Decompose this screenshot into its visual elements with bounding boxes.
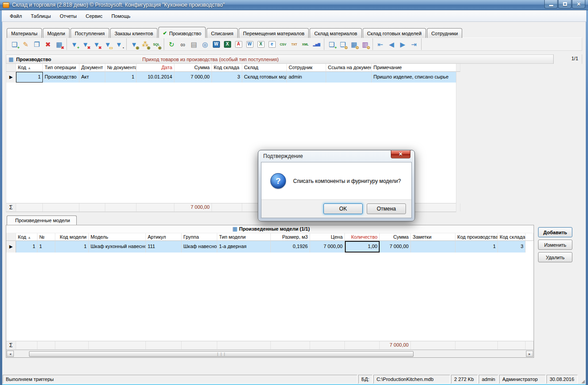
cell[interactable]: 1 [105,72,137,83]
header-cell[interactable]: Тип модели [217,233,271,241]
menu-item-0[interactable]: Файл [5,12,26,21]
table-row[interactable]: ▶1ПроизводствоАкт110.01.20147 000,003Скл… [6,72,456,83]
refresh-icon[interactable]: ↻ [166,39,177,50]
form-properties-icon[interactable]: ▥⚙ [360,39,371,50]
edit-record-icon[interactable]: ✎ [20,39,31,50]
group-tree-icon[interactable]: ⁂◉ [140,39,151,50]
search-icon[interactable]: ∞ [177,39,188,50]
minimize-button[interactable] [544,0,558,8]
cell[interactable]: 1,00 [345,241,380,253]
header-cell[interactable]: Ссылка на документ [326,64,372,72]
filter-delete-all-icon[interactable]: ▼✖ [91,39,102,50]
chart-icon[interactable]: ▂▅▇ [311,39,322,50]
delete-record-icon[interactable]: ✖ [42,39,54,50]
header-cell[interactable]: Модель [89,233,146,241]
copy-record-icon[interactable]: ❐ [31,39,42,50]
cell[interactable]: 1 [455,241,498,253]
cell[interactable]: 1 [55,241,89,253]
tab-8[interactable]: Склад готовых моделей [363,28,426,38]
cell[interactable]: Шкаф кухонный навесной 1 [89,241,146,253]
menu-item-4[interactable]: Помощь [107,12,135,21]
preview-icon[interactable]: ◎ [199,39,211,50]
filter-load-icon[interactable]: ▼▭ [102,39,113,50]
menu-item-1[interactable]: Таблицы [26,12,55,21]
nav-last-icon[interactable]: ⇥ [408,39,419,50]
add-record-icon[interactable]: ❏+ [9,39,20,50]
header-cell[interactable]: Сумма [380,233,411,241]
cell[interactable]: 1 [16,72,43,83]
cell[interactable]: Шкаф навесной [182,241,217,253]
export-html-icon[interactable]: e [266,39,277,50]
tab-5[interactable]: Списания [207,28,238,38]
tab-7[interactable]: Склад материалов [310,28,361,38]
scrollbar-thumb[interactable]: ❘❘❘ [29,351,414,357]
filter-visibility-icon[interactable]: ▼◉ [128,39,140,50]
header-cell[interactable]: Код склада [212,64,242,72]
cancel-button[interactable]: Отмена [367,203,406,214]
header-cell[interactable]: Код склада [498,233,526,241]
delete-button[interactable]: Удалить [538,252,572,262]
header-cell[interactable]: Код производства [455,233,498,241]
header-cell[interactable]: Количество [345,233,380,241]
cell[interactable]: Склад готовых мод [242,72,287,83]
add-button[interactable]: Добавить [538,227,572,237]
export-txt-icon[interactable]: TXT [289,39,300,50]
export-rtf-icon[interactable]: A [233,39,244,50]
scroll-right-button[interactable]: ▸ [526,351,533,357]
subtab-produced-models[interactable]: Произведенные модели [7,215,77,225]
header-cell[interactable]: Артикул [146,233,182,241]
menu-item-2[interactable]: Отчеты [55,12,81,21]
tab-9[interactable]: Сотрудники [427,28,463,38]
add-detail-record-icon[interactable]: ❏+ [326,39,337,50]
cell[interactable]: 7 000,00 [380,241,411,253]
table-row[interactable]: ▶111Шкаф кухонный навесной 1111Шкаф наве… [6,241,534,253]
header-cell[interactable]: Размер, м3 [271,233,310,241]
cell[interactable]: 1 [37,241,55,253]
record-properties-icon[interactable]: ❏⚙ [337,39,348,50]
maximize-button[interactable] [558,0,571,8]
tab-3[interactable]: Заказы клиентов [110,28,157,38]
header-cell[interactable]: Тип операции [43,64,79,72]
dialog-close-button[interactable]: ✕ [391,150,410,158]
cell[interactable]: 1 [16,241,37,253]
nav-next-icon[interactable]: ▶ [397,39,408,50]
cell[interactable]: 3 [498,241,526,253]
cell[interactable] [411,241,455,253]
tab-4[interactable]: ✔Производство [158,27,206,38]
tab-1[interactable]: Модели [43,28,70,38]
cell[interactable]: 10.01.2014 [137,72,174,83]
export-xml-icon[interactable]: XML [300,39,311,50]
horizontal-scrollbar[interactable]: ◂❘❘❘▸ [6,350,534,357]
header-cell[interactable]: Код▲ [16,64,43,72]
cell[interactable]: 7 000,00 [310,241,345,253]
header-cell[interactable]: Группа [182,233,217,241]
cell[interactable]: 1-а дверная [217,241,271,253]
cell[interactable]: Производство [43,72,79,83]
header-cell[interactable]: № документа [105,64,137,72]
filter-delete-icon[interactable]: ▼✖ [80,39,91,50]
export-csv-icon[interactable]: CSV [277,39,289,50]
header-cell[interactable]: Примечание [372,64,456,72]
export-word-icon[interactable]: W [211,39,222,50]
header-cell[interactable]: № [37,233,55,241]
scroll-left-button[interactable]: ◂ [7,351,14,357]
header-cell[interactable]: Документ [79,64,105,72]
edit-button[interactable]: Изменить [538,240,572,250]
print-icon[interactable]: ▤ [188,39,199,50]
header-cell[interactable]: Сотрудник [287,64,326,72]
cell[interactable]: 111 [146,241,182,253]
sql-filter-icon[interactable]: SQL◉ [151,39,162,50]
header-cell[interactable]: Заметки [411,233,455,241]
ok-button[interactable]: OK [323,203,363,214]
filter-save-icon[interactable]: ▼▪ [113,39,124,50]
cell[interactable] [326,72,372,83]
tab-6[interactable]: Перемещения материалов [239,28,309,38]
cell[interactable]: Акт [79,72,105,83]
menu-item-3[interactable]: Сервис [81,12,107,21]
header-cell[interactable]: Склад [242,64,287,72]
filter-new-icon[interactable]: ▼+ [69,39,80,50]
header-cell[interactable]: Код▲ [16,233,37,241]
header-cell[interactable]: Код модели [55,233,89,241]
nav-prev-icon[interactable]: ◀ [386,39,397,50]
nav-first-icon[interactable]: ⇤ [375,39,386,50]
